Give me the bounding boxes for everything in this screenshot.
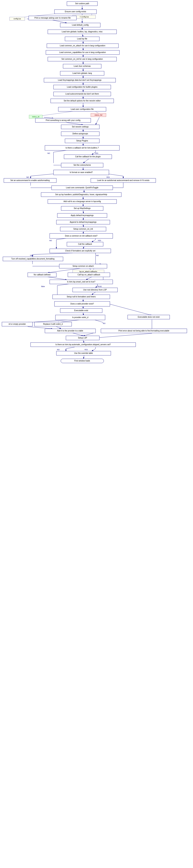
node-n73-text: First window loads [74, 360, 90, 362]
node-n66-text: Add it to the provider to a table [57, 330, 83, 332]
node-n7-text: Load lvim globals: builtins, lsp, diagno… [62, 31, 103, 33]
node-n6-text: Load default_config [72, 24, 88, 26]
node-n62-text: Executable does not exist [138, 316, 160, 318]
svg-line-49 [92, 240, 95, 242]
node-n16-text: Load autocommands but don't set them [65, 93, 99, 95]
node-n61-text: Is provider eslint_d [72, 316, 88, 318]
flowchart-container: Set runtime path Ensure user config exis… [0, 0, 193, 868]
node-n54-text: Is lvim.lsp.smart_cwd set to true? [67, 281, 95, 283]
node-n14-text: Load Keymappings data but don't set Keym… [58, 79, 102, 81]
svg-line-53 [33, 253, 73, 254]
node-n15-text: Load configuration for builtin plugins [67, 86, 98, 88]
node-n1-text: Set runtime path [75, 2, 89, 5]
node-lsp-attach-note: lsp.on_attach callbacks [79, 271, 97, 273]
node-n59-text: Does a valid provider exist? [71, 303, 94, 305]
node-n41-text: Setup common_on_init [73, 228, 93, 230]
svg-line-80 [56, 327, 61, 329]
node-n24-text: Setup Plugins [76, 140, 88, 142]
node-n29-text: Set the colorscheme [73, 164, 91, 166]
svg-line-152 [83, 333, 93, 336]
node-n63-text: nil or empty provider [9, 323, 26, 325]
node-n30-text: Is format on save enabled? [70, 171, 93, 174]
node-n34-text: Look for an autoformat autocommand and r… [97, 179, 149, 181]
node-n13-text: Load lvim globals: lang [72, 72, 92, 74]
svg-line-69 [92, 292, 95, 295]
svg-line-149 [52, 20, 67, 23]
label-true-n55: TRUE [97, 285, 102, 287]
svg-line-82 [94, 333, 152, 338]
svg-line-46 [83, 224, 83, 227]
svg-line-63 [86, 277, 92, 280]
label-yes-n32: YES [106, 176, 110, 178]
svg-line-81 [73, 333, 83, 336]
label-yes-n43: YES [98, 240, 101, 242]
node-n68-text: Setup LSP [78, 337, 87, 339]
svg-line-62 [48, 277, 67, 280]
svg-line-44 [83, 211, 83, 213]
node-n58-text: Setup null-ls formatters and linters [67, 296, 96, 298]
node-n64-text: Replace it with eslint_d [43, 323, 63, 325]
svg-line-85 [92, 349, 95, 351]
node-n46-text: Check if formatters are explicitly set [65, 250, 95, 252]
node-n49-text: Turn off resolved_capabilities.document_… [11, 258, 54, 260]
node-n10-text: Load common_capabilities for use in lang… [59, 51, 106, 53]
node-n28-text: Call the callback for the plugin [75, 156, 101, 158]
node-n69-text: Is there an lvim.lsp.automatic_configura… [55, 343, 111, 346]
node-n39-text: Apply default keymappings [71, 214, 93, 216]
node-n53-text: Call lsp on_attach callback [78, 274, 100, 276]
svg-line-79 [28, 327, 52, 329]
node-n8-text: Load lsp file [77, 38, 87, 40]
svg-line-19 [41, 112, 73, 116]
node-n33-text: Set an autocommand to enable autoformatt… [10, 179, 50, 181]
diagram-svg: Set runtime path Ensure user config exis… [0, 0, 193, 868]
node-n37-text: Add null-ls as a language server in lspc… [64, 200, 101, 203]
label-no-n31: NO [26, 176, 29, 178]
node-n72-text: Use the override table [74, 352, 93, 354]
label-yes-n47: YES [30, 254, 33, 256]
node-n5-text: Print a message asking user to rename fi… [34, 17, 71, 19]
label-no-n71: NO [57, 349, 60, 350]
node-status-fail: status_fail [94, 114, 103, 116]
svg-line-73 [109, 304, 152, 315]
node-n21-text: Print something is wrong with your confi… [46, 119, 80, 121]
label-no-n65: NO [103, 322, 106, 324]
node-status-ok: status_ok [32, 116, 40, 118]
label-false-n56: false [41, 285, 45, 287]
svg-line-88 [83, 355, 84, 359]
node-n60-text: Executable exist [74, 309, 88, 312]
node-n11-text: Set common_on_init for use in lang confi… [62, 58, 103, 60]
svg-line-7 [82, 34, 83, 37]
svg-line-20 [44, 117, 53, 118]
label-no-n48: NO [96, 254, 99, 256]
node-n12-text: Load Json schemas [74, 65, 91, 67]
node-n67-text: Print error about not being able to find… [118, 330, 169, 332]
node-n57-text: Use root directory from LSP [83, 289, 107, 291]
node-n22-text: Set neovim settings [72, 126, 88, 128]
node-n36-text: Set up lsp handlers: publishDiagnostics,… [55, 193, 107, 195]
svg-line-21 [95, 117, 100, 125]
node-n17-text: Set the default options for the neovim e… [64, 100, 101, 102]
node-n18-text: Load user configuration file [71, 108, 94, 110]
node-n35-text: Load core.commands: QuickFixToggle [66, 187, 99, 189]
node-n52-text: No callback defined [34, 274, 50, 276]
label-yes-n26: YES [95, 152, 98, 154]
node-n42-text: Does a common on init callback exist? [65, 235, 98, 237]
svg-line-22 [66, 122, 83, 125]
node-n40-text: Append to default keymappings [70, 221, 96, 223]
label-no-n44: NO [49, 240, 52, 242]
node-n25-text: Is there a callback set for lvim.builtin… [66, 147, 99, 149]
svg-line-45 [83, 218, 83, 220]
label-yes-n70: YES [84, 349, 88, 350]
node-config-note: ~/.config.lua [79, 16, 89, 18]
node-n2-text: Ensure user config exists [65, 10, 86, 12]
node-n38-text: Set up NlspSettings [74, 207, 90, 209]
node-n45-text: Call the callback [78, 243, 92, 245]
node-n50-text: Setup common on attach [72, 265, 93, 267]
svg-line-66 [57, 284, 69, 285]
node-n23-text: Define autogroups [72, 133, 88, 135]
node-n9-text: Load common_on_attach for use in lang co… [60, 44, 106, 47]
label-no-n27: NO [47, 152, 50, 154]
svg-line-86 [66, 347, 75, 349]
node-config-lua: config.lua [13, 18, 21, 20]
svg-line-31 [83, 159, 89, 163]
